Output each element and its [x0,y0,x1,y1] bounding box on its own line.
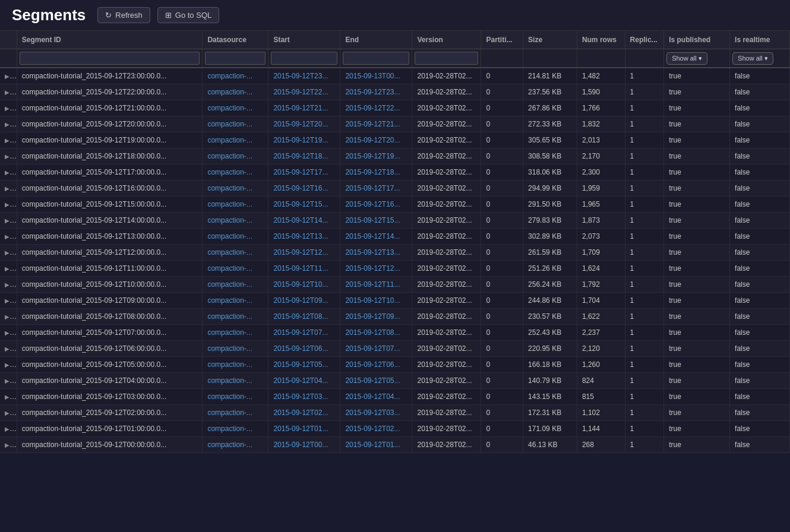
cell-datasource: compaction-... [203,229,268,245]
row-expand-icon[interactable]: ▶ [5,105,10,112]
row-expand-icon[interactable]: ▶ [5,153,10,160]
cell-end: 2015-09-12T15... [340,213,412,229]
cell-is-realtime: false [730,373,790,389]
row-expand-icon[interactable]: ▶ [5,281,10,288]
cell-size: 214.81 KB [523,68,577,84]
row-expand-icon[interactable]: ▶ [5,121,10,128]
cell-is-published: true [664,132,730,148]
is-realtime-show-all-button[interactable]: Show all ▾ [732,52,773,65]
cell-end: 2015-09-12T10... [340,293,412,309]
row-expand-icon[interactable]: ▶ [5,330,10,336]
segment-id-filter-input[interactable] [20,52,200,65]
filter-segment-id [17,49,203,68]
cell-is-published: true [664,421,730,437]
cell-is-published: true [664,180,730,197]
refresh-icon: ↻ [105,11,112,20]
goto-sql-button[interactable]: ⊞ Go to SQL [157,7,219,23]
row-expand-icon[interactable]: ▶ [5,297,10,304]
filter-expand [0,49,17,68]
row-expand-icon[interactable]: ▶ [5,346,10,352]
cell-replicas: 1 [625,341,664,357]
cell-num-rows: 2,170 [577,148,625,164]
cell-version: 2019-02-28T02... [412,197,481,213]
row-expand-icon[interactable]: ▶ [5,233,10,240]
cell-start: 2015-09-12T03... [268,389,340,405]
table-row: ▶compaction-tutorial_2015-09-12T20:00:00… [0,116,790,132]
col-num-rows: Num rows [577,31,625,49]
end-filter-input[interactable] [343,52,409,65]
cell-is-realtime: false [730,229,790,245]
row-expand-icon[interactable]: ▶ [5,249,10,256]
row-expand-icon[interactable]: ▶ [5,201,10,208]
cell-is-published: true [664,213,730,229]
cell-is-realtime: false [730,116,790,132]
cell-replicas: 1 [625,84,664,100]
cell-end: 2015-09-12T06... [340,357,412,373]
cell-partition: 0 [481,389,523,405]
cell-size: 294.99 KB [523,180,577,197]
cell-replicas: 1 [625,437,664,453]
row-expand-icon[interactable]: ▶ [5,378,10,384]
row-expand-icon[interactable]: ▶ [5,442,10,448]
cell-is-realtime: false [730,68,790,84]
cell-datasource: compaction-... [203,100,268,116]
cell-datasource: compaction-... [203,180,268,197]
row-expand-icon[interactable]: ▶ [5,89,10,96]
row-expand-icon[interactable]: ▶ [5,217,10,224]
cell-datasource: compaction-... [203,213,268,229]
cell-replicas: 1 [625,180,664,197]
cell-partition: 0 [481,100,523,116]
cell-partition: 0 [481,116,523,132]
row-expand-icon[interactable]: ▶ [5,137,10,144]
cell-datasource: compaction-... [203,293,268,309]
cell-datasource: compaction-... [203,261,268,277]
row-expand-icon[interactable]: ▶ [5,394,10,400]
row-expand-icon[interactable]: ▶ [5,185,10,192]
datasource-filter-input[interactable] [205,52,266,65]
cell-partition: 0 [481,261,523,277]
row-expand-icon[interactable]: ▶ [5,169,10,176]
row-expand-icon[interactable]: ▶ [5,410,10,416]
cell-segment-id: compaction-tutorial_2015-09-12T18:00:00.… [17,148,203,164]
cell-partition: 0 [481,213,523,229]
cell-is-published: true [664,68,730,84]
version-filter-input[interactable] [415,52,478,65]
table-row: ▶compaction-tutorial_2015-09-12T13:00:00… [0,229,790,245]
cell-segment-id: compaction-tutorial_2015-09-12T07:00:00.… [17,325,203,341]
cell-segment-id: compaction-tutorial_2015-09-12T02:00:00.… [17,405,203,421]
cell-version: 2019-02-28T02... [412,148,481,164]
cell-replicas: 1 [625,357,664,373]
cell-replicas: 1 [625,421,664,437]
main-content: Segment ID Datasource Start End Version … [0,31,790,453]
cell-segment-id: compaction-tutorial_2015-09-12T01:00:00.… [17,421,203,437]
cell-num-rows: 2,013 [577,132,625,148]
cell-segment-id: compaction-tutorial_2015-09-12T19:00:00.… [17,132,203,148]
row-expand-icon[interactable]: ▶ [5,362,10,368]
col-is-realtime: Is realtime [730,31,790,49]
cell-segment-id: compaction-tutorial_2015-09-12T08:00:00.… [17,309,203,325]
cell-version: 2019-02-28T02... [412,132,481,148]
cell-num-rows: 2,120 [577,341,625,357]
cell-replicas: 1 [625,164,664,180]
cell-partition: 0 [481,325,523,341]
cell-num-rows: 815 [577,389,625,405]
table-row: ▶compaction-tutorial_2015-09-12T23:00:00… [0,68,790,84]
table-row: ▶compaction-tutorial_2015-09-12T08:00:00… [0,309,790,325]
cell-end: 2015-09-12T19... [340,148,412,164]
cell-size: 267.86 KB [523,100,577,116]
refresh-button[interactable]: ↻ Refresh [97,7,150,23]
row-expand-icon[interactable]: ▶ [5,314,10,320]
row-expand-icon[interactable]: ▶ [5,265,10,272]
cell-version: 2019-02-28T02... [412,309,481,325]
cell-replicas: 1 [625,261,664,277]
filter-size [523,49,577,68]
cell-datasource: compaction-... [203,405,268,421]
table-row: ▶compaction-tutorial_2015-09-12T07:00:00… [0,325,790,341]
row-expand-icon[interactable]: ▶ [5,73,10,80]
cell-segment-id: compaction-tutorial_2015-09-12T17:00:00.… [17,164,203,180]
cell-start: 2015-09-12T04... [268,373,340,389]
start-filter-input[interactable] [271,52,337,65]
is-published-show-all-button[interactable]: Show all ▾ [666,52,707,65]
cell-num-rows: 1,622 [577,309,625,325]
row-expand-icon[interactable]: ▶ [5,426,10,432]
